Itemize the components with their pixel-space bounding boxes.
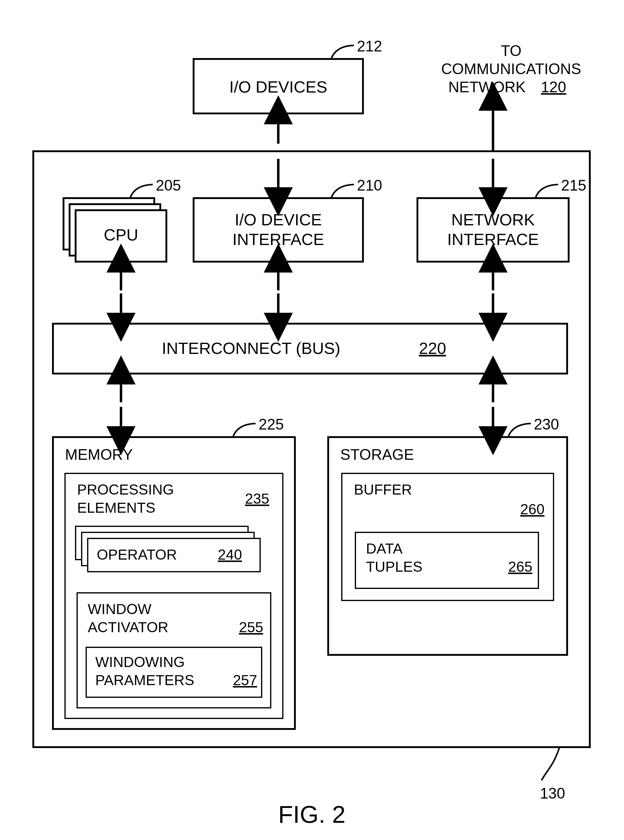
svg-text:ACTIVATOR: ACTIVATOR — [88, 619, 168, 635]
svg-text:TO: TO — [501, 42, 522, 59]
bus-block: INTERCONNECT (BUS) 220 — [53, 324, 567, 374]
ref-205: 205 — [156, 177, 181, 194]
cpu-label: CPU — [104, 225, 138, 244]
svg-text:WINDOW: WINDOW — [88, 601, 151, 617]
ref-265: 265 — [508, 559, 532, 575]
svg-rect-10 — [417, 198, 568, 262]
lead-130 — [541, 747, 559, 780]
ref-230: 230 — [534, 416, 559, 433]
svg-text:PARAMETERS: PARAMETERS — [95, 672, 194, 688]
ref-225: 225 — [259, 416, 284, 433]
io-interface-block: I/O DEVICE INTERFACE — [193, 198, 363, 262]
window-activator-block: WINDOW ACTIVATOR 255 WINDOWING PARAMETER… — [77, 593, 271, 708]
svg-text:PROCESSING: PROCESSING — [77, 482, 174, 497]
ref-120: 120 — [541, 79, 566, 96]
svg-text:OPERATOR: OPERATOR — [97, 547, 177, 563]
svg-rect-7 — [193, 198, 363, 262]
ref-235: 235 — [245, 491, 269, 506]
svg-text:NETWORK: NETWORK — [451, 210, 535, 229]
memory-label: MEMORY — [65, 446, 133, 463]
bus-label: INTERCONNECT (BUS) — [162, 339, 340, 357]
operator-block: OPERATOR 240 — [76, 527, 260, 572]
cpu-block: CPU — [63, 198, 166, 262]
svg-text:BUFFER: BUFFER — [354, 482, 412, 497]
svg-text:DATA: DATA — [366, 540, 403, 557]
ref-240: 240 — [218, 547, 242, 563]
ref-255: 255 — [239, 619, 263, 635]
svg-text:I/O DEVICE: I/O DEVICE — [235, 210, 322, 229]
svg-text:INTERFACE: INTERFACE — [232, 230, 324, 249]
svg-text:INTERFACE: INTERFACE — [447, 230, 539, 249]
lead-212 — [331, 45, 354, 59]
svg-text:COMMUNICATIONS: COMMUNICATIONS — [441, 60, 581, 77]
ref-257: 257 — [233, 672, 257, 688]
diagram-canvas: I/O DEVICES 212 TO COMMUNICATIONS NETWOR… — [0, 0, 624, 840]
io-devices-block: I/O DEVICES — [193, 59, 363, 113]
network-interface-block: NETWORK INTERFACE — [417, 198, 568, 262]
svg-text:WINDOWING: WINDOWING — [95, 654, 185, 670]
buffer-block: BUFFER 260 DATA TUPLES 265 — [342, 473, 553, 601]
svg-text:NETWORK: NETWORK — [448, 79, 526, 96]
svg-text:TUPLES: TUPLES — [366, 559, 423, 575]
comms-network-label: TO COMMUNICATIONS NETWORK 120 — [441, 42, 581, 96]
ref-215: 215 — [561, 177, 586, 194]
ref-260: 260 — [520, 501, 544, 517]
figure-caption: FIG. 2 — [278, 801, 345, 828]
io-devices-label: I/O DEVICES — [229, 78, 327, 96]
ref-210: 210 — [357, 177, 382, 194]
ref-212: 212 — [357, 38, 382, 55]
storage-label: STORAGE — [340, 446, 414, 463]
ref-220: 220 — [419, 339, 446, 357]
svg-text:ELEMENTS: ELEMENTS — [77, 500, 156, 516]
ref-130: 130 — [540, 785, 565, 802]
